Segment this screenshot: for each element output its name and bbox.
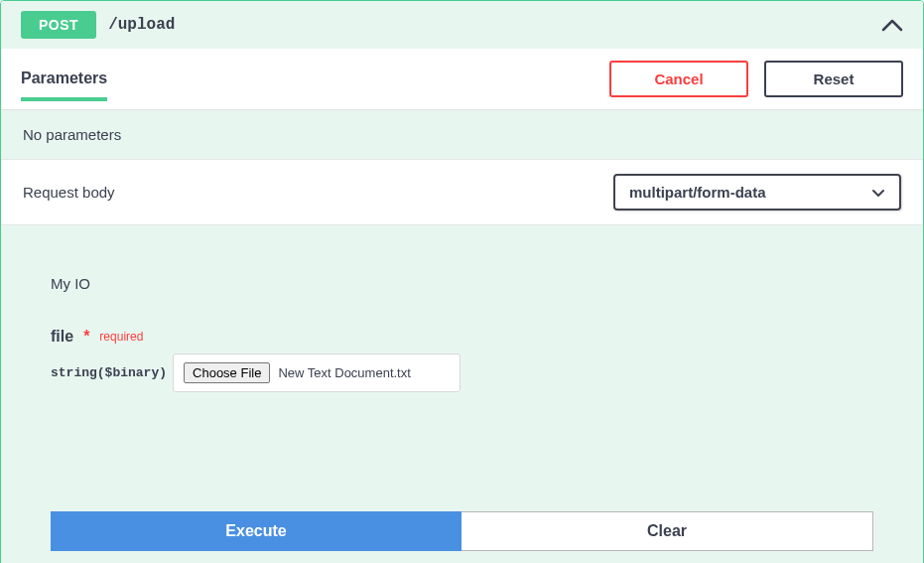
execute-button[interactable]: Execute (51, 511, 462, 551)
parameters-section-header: Parameters Cancel Reset (1, 49, 923, 110)
parameters-tab[interactable]: Parameters (21, 70, 107, 101)
choose-file-button[interactable]: Choose File (184, 362, 270, 383)
required-star: * (83, 328, 89, 346)
clear-button[interactable]: Clear (462, 511, 873, 551)
content-type-value: multipart/form-data (629, 184, 766, 201)
chevron-up-icon[interactable] (881, 18, 903, 32)
selected-file-name: New Text Document.txt (278, 365, 410, 380)
content-type-select[interactable]: multipart/form-data (613, 174, 901, 211)
body-description: My IO (51, 275, 873, 292)
method-badge: POST (21, 11, 96, 39)
cancel-button[interactable]: Cancel (609, 61, 748, 97)
chevron-down-icon (871, 184, 885, 201)
param-type: string($binary) (51, 365, 167, 380)
no-parameters-message: No parameters (1, 110, 923, 159)
operation-header[interactable]: POST /upload (1, 1, 923, 49)
request-body-content: My IO file * required string($binary) Ch… (1, 225, 923, 563)
action-buttons: Cancel Reset (609, 61, 903, 97)
execute-row: Execute Clear (51, 511, 873, 551)
endpoint-path: /upload (108, 16, 175, 34)
file-input[interactable]: Choose File New Text Document.txt (173, 353, 461, 392)
param-name-row: file * required (51, 328, 873, 346)
param-type-row: string($binary) Choose File New Text Doc… (51, 353, 873, 392)
required-label: required (99, 330, 143, 344)
request-body-header: Request body multipart/form-data (1, 159, 923, 225)
request-body-label: Request body (23, 184, 115, 201)
api-operation-panel: POST /upload Parameters Cancel Reset No … (0, 0, 924, 563)
param-name: file (51, 328, 73, 346)
reset-button[interactable]: Reset (764, 61, 903, 97)
